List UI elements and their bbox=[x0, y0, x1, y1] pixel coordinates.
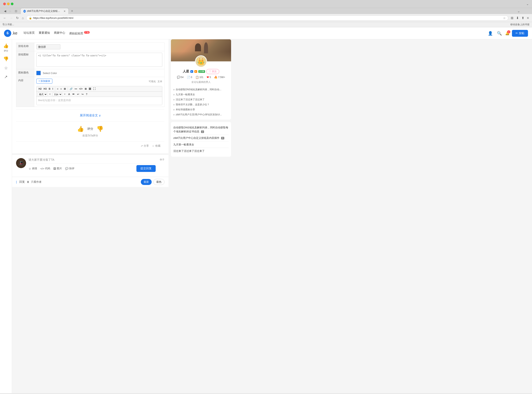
share-action[interactable]: ↗ bbox=[4, 74, 8, 79]
thumbs-down-action[interactable]: 👎 bbox=[3, 56, 9, 62]
ad-badge: 广告 bbox=[84, 31, 90, 34]
toolbar-image[interactable]: 🖼 bbox=[88, 87, 92, 91]
toolbar-highlight[interactable]: ✏ bbox=[72, 92, 75, 96]
user-link-5[interactable]: zibll子比用户主页/用户中心/评论区添加UI... bbox=[173, 112, 229, 117]
user-link-4[interactable]: 本站等级图标分享 bbox=[173, 107, 229, 112]
logo-text: .ke bbox=[12, 31, 17, 36]
toolbar-undo[interactable]: ↩ bbox=[76, 93, 80, 96]
save-icon[interactable]: ⬇ bbox=[515, 15, 520, 21]
extensions-icon[interactable]: ⊞ bbox=[510, 15, 514, 21]
bookmark-star-icon[interactable]: ☆ bbox=[503, 16, 506, 20]
code-button[interactable]: </> 代码 bbox=[40, 167, 50, 170]
nav-link-forum[interactable]: 论坛首页 bbox=[23, 30, 35, 36]
user-link-0[interactable]: 自动获取DNS域名及解析列表，同时自动... bbox=[173, 87, 229, 92]
active-tab[interactable]: 6 zibll子比用户中心自定义按钮及内容插件 ✕ bbox=[21, 8, 69, 14]
user-link-2[interactable]: 活过来了活过来了活过来了 bbox=[173, 97, 229, 102]
toolbar-align[interactable]: ⊞ bbox=[63, 87, 67, 91]
nav-link-start[interactable]: 易始起始页 广告 bbox=[69, 30, 90, 36]
icon-textarea[interactable]: <i title="fa fa-users" class="fa fa-user… bbox=[36, 53, 162, 67]
toolbar-code[interactable]: </> bbox=[78, 87, 83, 91]
toolbar-ol[interactable]: ≡ bbox=[56, 87, 59, 91]
new-tab-button[interactable]: + bbox=[69, 9, 75, 13]
toolbar-link[interactable]: 🔗 bbox=[69, 87, 73, 91]
user-link-1[interactable]: 九月第一帖看美女 bbox=[173, 92, 229, 97]
footer-tabs: 最新 最热 bbox=[141, 179, 165, 185]
star-action[interactable]: ☆ bbox=[4, 66, 8, 70]
visual-tab[interactable]: 可视化 bbox=[149, 80, 156, 83]
search-button[interactable]: 🔍 bbox=[496, 30, 503, 36]
button-name-input[interactable] bbox=[36, 44, 60, 49]
toolbar-h3[interactable]: H3 bbox=[43, 87, 47, 91]
notification-button[interactable]: 🔔 1 bbox=[505, 31, 510, 36]
user-link-3[interactable]: 我有些不太识数，这是多少位？ bbox=[173, 102, 229, 107]
share-post-button[interactable]: ↗ 分享 bbox=[141, 144, 149, 148]
menu-icon[interactable]: ≡ bbox=[526, 16, 530, 21]
rate-thumbs-down[interactable]: 👎 bbox=[97, 126, 103, 132]
follow-button[interactable]: ♡ 关注 bbox=[206, 69, 219, 74]
toolbar-table[interactable]: ⊞ bbox=[84, 87, 88, 91]
address-bar[interactable]: 🔒 https://6ke.top/forum-post/849.html ☆ bbox=[26, 16, 508, 21]
rich-content-area[interactable]: 6ke论坛提示你：这里是内容 bbox=[36, 97, 162, 105]
nav-link-notice[interactable]: 重要通知 bbox=[39, 30, 50, 36]
article-title-2[interactable]: 九月第一帖看美女 bbox=[173, 143, 229, 147]
toolbar-bold[interactable]: B bbox=[48, 87, 51, 91]
quick-icon: 💬 bbox=[65, 167, 68, 170]
select-color-button[interactable]: Select Color bbox=[43, 72, 57, 75]
forward-button[interactable]: ▶ bbox=[9, 9, 12, 13]
site-logo[interactable]: 6 .ke bbox=[4, 30, 17, 37]
add-media-button[interactable]: + 添加媒体 bbox=[36, 79, 52, 84]
submit-reply-button[interactable]: 提交回复 bbox=[136, 165, 156, 172]
rate-label: 评分 bbox=[4, 49, 8, 52]
post-button[interactable]: ✏ 发帖 bbox=[512, 30, 528, 37]
close-window-button[interactable] bbox=[3, 3, 6, 5]
user-slogan: 全论坛最帅的男人 bbox=[173, 80, 229, 84]
article-title-3[interactable]: 活过来了活过来了活过来了 bbox=[173, 149, 229, 153]
content-placeholder: 6ke论坛提示你：这里是内容 bbox=[38, 99, 71, 102]
left-sidebar: 👍 评分 👎 ☆ ↗ bbox=[0, 39, 12, 393]
nav-link-merchant[interactable]: 商家中心 bbox=[54, 30, 65, 36]
extensions-button[interactable]: ⊡ bbox=[14, 9, 18, 13]
forward-nav-button[interactable]: → bbox=[9, 16, 14, 21]
emoji-button[interactable]: ☺ 表情 bbox=[28, 167, 37, 170]
image-button[interactable]: 🖼 图片 bbox=[53, 167, 62, 170]
toolbar-font-color[interactable]: A bbox=[67, 92, 71, 96]
article-title-1[interactable]: zibll子比用户中心自定义按钮及内容插件 6 bbox=[173, 136, 229, 140]
user-badge-orange: ● bbox=[194, 70, 197, 73]
author-only-button[interactable]: 只看作者 bbox=[31, 180, 41, 184]
text-tab[interactable]: 文本 bbox=[157, 80, 162, 83]
stat-post: 📄 0 bbox=[187, 76, 192, 79]
minimize-window-button[interactable] bbox=[7, 3, 10, 5]
share-icon[interactable]: ⬆ bbox=[521, 15, 525, 21]
expand-button[interactable]: 展开阅读全文 ∨ bbox=[80, 114, 101, 117]
hot-tab[interactable]: 最热 bbox=[153, 179, 165, 185]
home-button[interactable]: ⌂ bbox=[21, 16, 25, 21]
toolbar-italic[interactable]: I bbox=[52, 87, 54, 91]
toolbar-fullscreen[interactable]: ⛶ bbox=[92, 87, 96, 91]
edit-tabs: 可视化 文本 bbox=[149, 80, 162, 83]
sidebar-article-2: 九月第一帖看美女 bbox=[173, 141, 229, 148]
back-button[interactable]: ◀ bbox=[3, 9, 7, 13]
stat-article: 📋 101 bbox=[195, 76, 203, 79]
tab-close-button[interactable]: ✕ bbox=[64, 10, 66, 13]
toolbar-ul[interactable]: ≡ bbox=[60, 87, 62, 91]
maximize-window-button[interactable] bbox=[11, 3, 13, 5]
toolbar-h2[interactable]: H2 bbox=[38, 87, 42, 91]
toolbar-redo[interactable]: ↪ bbox=[81, 93, 84, 96]
rate-thumbs-up[interactable]: 👍 bbox=[77, 126, 84, 132]
article-title-0[interactable]: 自动获取DNS域名及解析列表，同时自动获取每个域名解析的证书信息 2 bbox=[173, 126, 229, 133]
mobile-bookmarks[interactable]: 移动设备上的书签 bbox=[510, 23, 530, 26]
toolbar-help[interactable]: ? bbox=[85, 93, 88, 96]
reload-button[interactable]: ↻ bbox=[15, 15, 20, 21]
back-nav-button[interactable]: ← bbox=[2, 16, 7, 21]
format-select[interactable]: 格式 bbox=[38, 93, 47, 96]
toolbar-more[interactable]: ••• bbox=[74, 87, 78, 91]
bookmarks-bar: 导入书签... 移动设备上的书签 bbox=[0, 22, 532, 27]
main-layout: 👍 评分 👎 ☆ ↗ 按钮名称 bbox=[0, 39, 532, 393]
size-select[interactable]: 12pt bbox=[52, 93, 62, 96]
import-bookmarks[interactable]: 导入书签... bbox=[2, 23, 14, 26]
latest-tab[interactable]: 最新 bbox=[141, 179, 152, 185]
collect-post-button[interactable]: ☆ 收藏 bbox=[152, 144, 160, 148]
user-icon-button[interactable]: 👤 bbox=[487, 30, 494, 36]
quick-comment-button[interactable]: 💬 快评 bbox=[65, 167, 74, 170]
thumbs-up-action[interactable]: 👍 评分 bbox=[3, 43, 9, 52]
